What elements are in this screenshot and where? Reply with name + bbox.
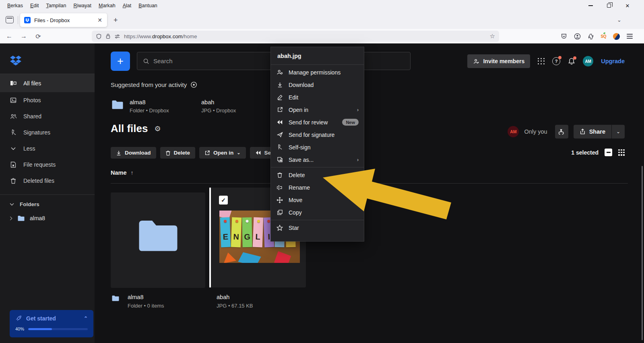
lock-icon[interactable] xyxy=(105,33,111,39)
account-icon[interactable] xyxy=(574,33,581,40)
menu-item-download[interactable]: Download xyxy=(271,79,364,91)
download-button[interactable]: Download xyxy=(111,147,156,159)
open-in-label: Open in xyxy=(213,150,233,156)
selected-count: 1 selected xyxy=(571,149,599,156)
folder-icon xyxy=(111,295,120,302)
owner-avatar[interactable]: AM xyxy=(508,126,519,137)
all-files-icon xyxy=(10,80,17,87)
share-label: Share xyxy=(589,128,605,135)
menu-item-open-in[interactable]: Open in › xyxy=(271,103,364,116)
menu-item-delete[interactable]: Delete xyxy=(271,169,364,181)
sidebar-item-photos[interactable]: Photos xyxy=(0,92,95,108)
upgrade-link[interactable]: Upgrade xyxy=(601,58,625,64)
menu-item-label: Copy xyxy=(289,209,302,216)
back-button[interactable]: ← xyxy=(4,31,14,41)
menu-view[interactable]: Tampilan xyxy=(43,2,69,10)
list-tabs-chevron-icon[interactable]: ⌄ xyxy=(617,17,621,23)
menu-item-send-for-signature[interactable]: Send for signature xyxy=(271,128,364,141)
menu-item-star[interactable]: Star xyxy=(271,221,364,234)
menu-tools[interactable]: Alat xyxy=(120,2,135,10)
file-request-icon xyxy=(10,161,17,168)
suggestion-card-alma8[interactable]: alma8 Folder • Dropbox xyxy=(111,99,169,114)
get-started-label: Get started xyxy=(26,315,56,322)
firefox-view-icon[interactable] xyxy=(6,16,14,23)
chevron-down-icon xyxy=(10,147,17,150)
file-name[interactable]: abah xyxy=(217,294,229,300)
restore-button[interactable] xyxy=(600,0,618,11)
bookmark-star-icon[interactable]: ☆ xyxy=(490,33,495,40)
sort-by-name[interactable]: Name ↑ xyxy=(111,169,134,176)
file-card-alma8[interactable] xyxy=(111,192,205,288)
menu-item-label: Download xyxy=(289,82,314,88)
list-divider xyxy=(111,183,628,184)
browser-tab[interactable]: Files - Dropbox ✕ xyxy=(20,13,107,27)
suggestion-card-abah[interactable]: abah JPG • Dropbox xyxy=(201,99,236,114)
menu-item-move[interactable]: Move xyxy=(271,194,364,206)
sidebar-item-all-files[interactable]: All files xyxy=(0,74,95,92)
menu-history[interactable]: Riwayat xyxy=(70,2,95,10)
delete-button[interactable]: Delete xyxy=(160,147,196,159)
menu-bookmarks[interactable]: Markah xyxy=(95,2,119,10)
progress-fill xyxy=(28,328,52,330)
sidebar-item-file-requests[interactable]: File requests xyxy=(0,157,95,173)
pocket-icon[interactable] xyxy=(561,33,567,39)
url-bar[interactable]: https://www.dropbox.com/home ☆ xyxy=(92,31,499,42)
dropbox-logo[interactable] xyxy=(10,55,22,66)
grid-view-icon[interactable] xyxy=(618,149,625,156)
shared-people-icon xyxy=(10,114,17,120)
menu-item-copy[interactable]: Copy xyxy=(271,206,364,219)
app-grid-icon[interactable] xyxy=(538,58,545,65)
file-name[interactable]: alma8 xyxy=(128,294,144,300)
menu-item-manage-permissions[interactable]: Manage permissions xyxy=(271,66,364,79)
app-menu-icon[interactable] xyxy=(627,34,633,38)
open-in-button[interactable]: Open in ⌄ xyxy=(199,147,246,159)
create-add-button[interactable]: + xyxy=(111,52,130,71)
sidebar-folder-alma8[interactable]: alma8 xyxy=(10,215,45,221)
menu-item-self-sign[interactable]: Self-sign xyxy=(271,141,364,153)
menu-help[interactable]: Bantuan xyxy=(135,2,161,10)
notifications-button[interactable] xyxy=(568,58,575,65)
menu-item-edit[interactable]: Edit xyxy=(271,91,364,103)
suggestion-name: alma8 xyxy=(130,99,169,105)
trash-icon xyxy=(165,150,171,156)
permissions-icon[interactable] xyxy=(114,34,120,39)
menu-edit[interactable]: Edit xyxy=(27,2,42,10)
menu-item-label: Move xyxy=(289,197,302,203)
minimize-button[interactable] xyxy=(581,0,600,11)
visibility-eye-icon[interactable] xyxy=(190,81,197,88)
menu-item-rename[interactable]: Rename xyxy=(271,181,364,194)
swirl-extension-icon[interactable] xyxy=(612,31,621,41)
share-button[interactable]: Share xyxy=(574,125,611,138)
select-all-checkbox[interactable] xyxy=(605,149,612,156)
sidebar-item-shared[interactable]: Shared xyxy=(0,108,95,124)
help-button[interactable]: ? xyxy=(552,57,560,65)
account-avatar[interactable]: AM xyxy=(583,56,593,66)
menu-item-save-as[interactable]: Save as... › xyxy=(271,153,364,166)
menu-item-send-for-review[interactable]: Send for review New xyxy=(271,116,364,128)
submenu-chevron-icon: › xyxy=(357,107,359,113)
page-scrollbar[interactable] xyxy=(642,166,643,340)
tab-close-icon[interactable]: ✕ xyxy=(97,17,103,23)
get-started-panel[interactable]: Get started ⌃ 40% xyxy=(10,310,93,337)
sidebar-folders-header[interactable]: Folders xyxy=(10,201,39,207)
forward-button[interactable]: → xyxy=(19,31,29,41)
gear-icon[interactable]: ⚙ xyxy=(154,124,161,133)
chevron-right-icon[interactable] xyxy=(10,216,12,221)
selected-checkbox[interactable]: ✓ xyxy=(219,196,228,205)
extensions-puzzle-icon[interactable] xyxy=(588,33,594,39)
copy-link-button[interactable] xyxy=(555,125,568,138)
close-button[interactable]: ✕ xyxy=(618,0,637,11)
invite-members-button[interactable]: Invite members xyxy=(467,54,530,68)
new-tab-button[interactable]: + xyxy=(114,17,118,24)
shield-icon[interactable] xyxy=(96,33,102,39)
sidebar-item-less[interactable]: Less xyxy=(0,141,95,157)
reload-button[interactable]: ⟳ xyxy=(33,31,43,41)
sidebar-item-signatures[interactable]: Signatures xyxy=(0,124,95,141)
chevron-up-icon[interactable]: ⌃ xyxy=(84,316,88,321)
sidebar-item-deleted-files[interactable]: Deleted files xyxy=(0,173,95,189)
menu-item-label: Manage permissions xyxy=(289,69,341,76)
sq-extension-icon[interactable]: SQ xyxy=(601,34,606,39)
column-name-label: Name xyxy=(111,169,127,176)
menu-file[interactable]: Berkas xyxy=(4,2,26,10)
share-dropdown-chevron[interactable]: ⌄ xyxy=(612,125,625,138)
